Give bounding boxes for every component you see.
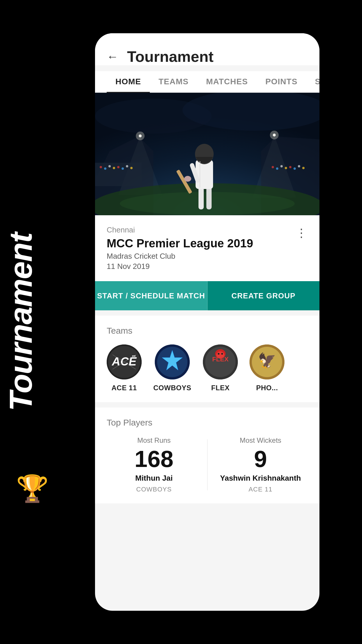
tab-points[interactable]: POINTS (256, 71, 306, 92)
action-buttons: START / SCHEDULE MATCH CREATE GROUP (95, 281, 319, 310)
most-wickets-label: Most Wickets (240, 436, 281, 444)
tab-matches[interactable]: MATCHES (197, 71, 256, 92)
wickets-value: 9 (254, 447, 267, 471)
svg-point-22 (294, 167, 296, 170)
svg-point-18 (276, 167, 278, 170)
teams-section-title: Teams (107, 326, 308, 336)
tournament-date: 11 Nov 2019 (107, 262, 308, 271)
svg-text:🦅: 🦅 (258, 352, 276, 369)
svg-point-14 (122, 167, 124, 170)
svg-point-47 (218, 353, 219, 355)
svg-point-10 (104, 167, 106, 170)
runs-player-name: Mithun Jai (135, 474, 173, 483)
svg-point-15 (126, 165, 128, 167)
svg-point-20 (285, 167, 287, 169)
svg-point-48 (221, 353, 223, 355)
svg-point-23 (298, 165, 300, 167)
app-header: ← Tournament (95, 33, 319, 65)
team-phoenix[interactable]: 🦅 PHO... (249, 344, 284, 392)
more-options-icon[interactable]: ⋮ (296, 227, 308, 239)
runs-value: 168 (135, 447, 173, 471)
svg-point-24 (302, 167, 305, 169)
vertical-tournament-label: Tournament (2, 191, 39, 453)
tab-bar: HOME TEAMS MATCHES POINTS STATISTICS (95, 71, 319, 93)
trophy-icon: 🏆 (16, 473, 49, 504)
back-button[interactable]: ← (107, 50, 118, 63)
tab-home[interactable]: HOME (107, 71, 150, 92)
schedule-match-button[interactable]: START / SCHEDULE MATCH (95, 281, 208, 310)
svg-point-46 (216, 351, 224, 358)
page-title: Tournament (127, 48, 214, 65)
team-ace11[interactable]: ACĒ ACE 11 (107, 344, 142, 392)
team-name-cowboys: COWBOYS (153, 384, 191, 392)
svg-point-9 (100, 166, 102, 168)
wickets-player-team: ACE 11 (249, 486, 273, 493)
create-group-button[interactable]: CREATE GROUP (208, 281, 320, 310)
team-logo-cowboys (155, 344, 190, 379)
team-name-ace11: ACE 11 (111, 384, 137, 392)
svg-point-16 (130, 167, 133, 169)
svg-point-21 (289, 166, 291, 168)
stats-divider (207, 439, 208, 490)
wickets-player-name: Yashwin Krishnakanth (220, 474, 301, 483)
tournament-org: Madras Cricket Club (107, 252, 308, 261)
teams-section: Teams ACĒ ACE 11 (95, 316, 319, 402)
svg-point-17 (272, 166, 274, 168)
phone-container: ← Tournament HOME TEAMS MATCHES POINTS S… (95, 33, 319, 611)
most-runs-label: Most Runs (137, 436, 171, 444)
svg-point-19 (280, 165, 283, 167)
svg-point-13 (117, 166, 120, 168)
tournament-info: ⋮ Chennai MCC Premier League 2019 Madras… (95, 215, 319, 281)
svg-rect-26 (198, 186, 204, 209)
team-name-phoenix: PHO... (256, 384, 278, 392)
tournament-location: Chennai (107, 225, 308, 235)
svg-rect-27 (206, 186, 212, 209)
top-players-section: Top Players Most Runs 168 Mithun Jai COW… (95, 407, 319, 503)
team-flex[interactable]: FLEX FLEX (203, 344, 238, 392)
team-logo-phoenix: 🦅 (249, 344, 284, 379)
svg-point-33 (184, 176, 191, 182)
runs-player-team: COWBOYS (136, 486, 172, 493)
hero-banner (95, 93, 319, 215)
svg-text:ACĒ: ACĒ (112, 355, 137, 368)
team-logo-ace11: ACĒ (107, 344, 142, 379)
most-runs-stat: Most Runs 168 Mithun Jai COWBOYS (107, 436, 201, 493)
svg-point-11 (108, 165, 111, 167)
team-logo-flex: FLEX (203, 344, 238, 379)
tab-teams[interactable]: TEAMS (150, 71, 197, 92)
svg-point-12 (113, 167, 115, 169)
players-stats-grid: Most Runs 168 Mithun Jai COWBOYS Most Wi… (107, 436, 308, 493)
team-cowboys[interactable]: COWBOYS (153, 344, 191, 392)
tab-statistics[interactable]: STATISTICS (306, 71, 319, 92)
tournament-name: MCC Premier League 2019 (107, 237, 308, 250)
most-wickets-stat: Most Wickets 9 Yashwin Krishnakanth ACE … (213, 436, 308, 493)
top-players-title: Top Players (107, 418, 308, 428)
team-name-flex: FLEX (211, 384, 230, 392)
teams-list: ACĒ ACE 11 (107, 344, 308, 392)
